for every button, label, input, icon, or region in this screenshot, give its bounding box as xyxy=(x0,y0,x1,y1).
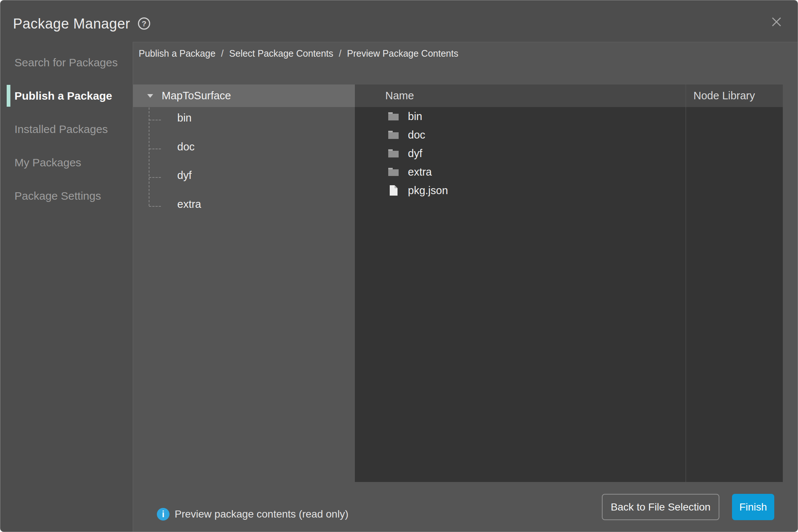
finish-button[interactable]: Finish xyxy=(732,494,774,520)
breadcrumb-item-select-package-contents[interactable]: Select Package Contents xyxy=(229,48,333,59)
folder-icon xyxy=(388,166,399,177)
footer-note: Preview package contents (read only) xyxy=(175,508,348,521)
content-area: Publish a Package / Select Package Conte… xyxy=(133,42,798,532)
file-name: dyf xyxy=(408,147,422,160)
sidebar-item-label: Search for Packages xyxy=(14,56,118,69)
file-table-body: bin doc xyxy=(355,107,783,200)
tree-item-dyf[interactable]: dyf xyxy=(133,164,355,187)
tree-item-bin[interactable]: bin xyxy=(133,107,355,129)
column-header-node-library: Node Library xyxy=(693,90,755,102)
tree-item-label: bin xyxy=(177,112,192,124)
breadcrumb-separator: / xyxy=(339,48,342,59)
info-icon: i xyxy=(157,508,169,521)
table-row-bin[interactable]: bin xyxy=(355,107,783,126)
help-glyph: ? xyxy=(142,19,146,28)
sidebar-item-label: Installed Packages xyxy=(14,123,108,136)
info-glyph: i xyxy=(162,509,165,519)
file-name: pkg.json xyxy=(408,184,448,197)
file-name: doc xyxy=(408,129,425,141)
folder-icon xyxy=(388,129,399,140)
close-icon[interactable] xyxy=(771,17,782,27)
file-name: bin xyxy=(408,110,422,123)
sidebar-item-search-for-packages[interactable]: Search for Packages xyxy=(0,46,133,79)
folder-icon xyxy=(388,111,399,122)
tree-root-label: MapToSurface xyxy=(162,90,231,102)
package-manager-dialog: Package Manager ? Search for Packages Pu… xyxy=(0,0,798,532)
dialog-title: Package Manager xyxy=(13,16,130,32)
breadcrumb-item-publish-a-package[interactable]: Publish a Package xyxy=(139,48,215,59)
sidebar-item-label: Publish a Package xyxy=(14,90,112,102)
breadcrumb-item-preview-package-contents[interactable]: Preview Package Contents xyxy=(347,48,458,59)
folder-icon xyxy=(388,148,399,159)
table-row-extra[interactable]: extra xyxy=(355,163,783,181)
file-table: Name Node Library bin xyxy=(355,84,783,482)
file-icon xyxy=(388,185,399,196)
sidebar: Search for Packages Publish a Package In… xyxy=(0,42,133,532)
file-name: extra xyxy=(408,166,432,178)
column-header-name: Name xyxy=(385,90,414,102)
sidebar-item-label: Package Settings xyxy=(14,190,101,202)
tree-item-label: dyf xyxy=(177,169,192,182)
table-row-pkg-json[interactable]: pkg.json xyxy=(355,181,783,200)
breadcrumb-separator: / xyxy=(221,48,224,59)
sidebar-item-installed-packages[interactable]: Installed Packages xyxy=(0,113,133,146)
help-icon[interactable]: ? xyxy=(138,17,150,30)
sidebar-item-label: My Packages xyxy=(14,156,81,169)
tree-item-label: extra xyxy=(177,198,201,210)
back-to-file-selection-button[interactable]: Back to File Selection xyxy=(602,494,719,520)
tree-item-doc[interactable]: doc xyxy=(133,136,355,158)
sidebar-item-publish-a-package[interactable]: Publish a Package xyxy=(0,79,133,113)
tree-item-extra[interactable]: extra xyxy=(133,193,355,216)
sidebar-item-package-settings[interactable]: Package Settings xyxy=(0,179,133,213)
file-table-header: Name Node Library xyxy=(355,84,783,107)
table-row-doc[interactable]: doc xyxy=(355,126,783,144)
breadcrumb: Publish a Package / Select Package Conte… xyxy=(139,48,458,59)
sidebar-item-my-packages[interactable]: My Packages xyxy=(0,146,133,179)
title-bar: Package Manager ? xyxy=(0,0,798,42)
active-indicator xyxy=(7,85,10,107)
tree-item-label: doc xyxy=(177,141,195,153)
tree-root-row-selected[interactable]: MapToSurface xyxy=(133,84,355,107)
chevron-down-icon[interactable] xyxy=(147,94,153,98)
table-row-dyf[interactable]: dyf xyxy=(355,144,783,163)
